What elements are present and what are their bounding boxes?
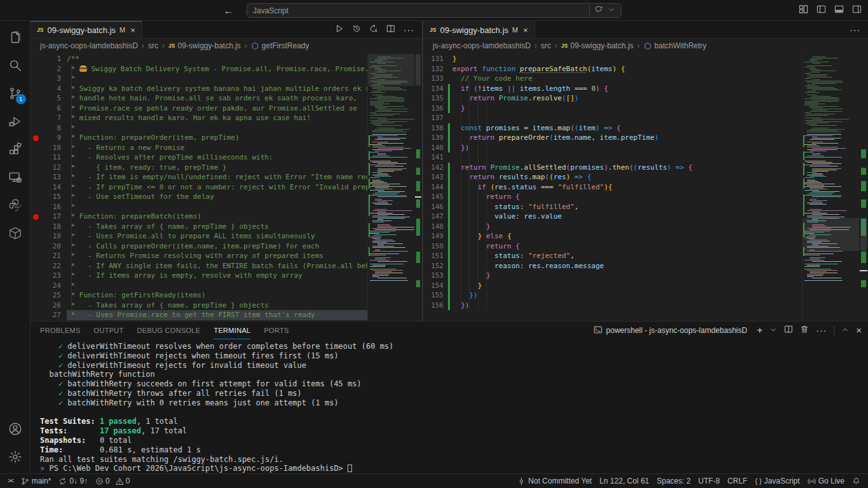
activity-explorer[interactable] (0, 24, 31, 51)
status-notifications[interactable] (848, 477, 864, 485)
git-modified-badge: M (512, 26, 518, 34)
breadcrumb-item[interactable]: JS09-swiggy-batch.js (561, 41, 634, 50)
status-language[interactable]: { }JavaScript (751, 477, 803, 485)
terminal-line: Test Suites: 1 passed, 1 total (40, 417, 868, 426)
status-indentation[interactable]: Spaces: 2 (653, 477, 694, 485)
breadcrumb-item[interactable]: src (541, 41, 551, 50)
more-action[interactable]: ··· (403, 24, 414, 36)
command-center-search[interactable]: JavaScript (247, 3, 621, 18)
panel-tab-output[interactable]: OUTPUT (94, 322, 124, 339)
activity-accounts[interactable] (0, 415, 31, 443)
breadcrumb-item[interactable]: js-async-oops-lamdebashisD (433, 41, 531, 50)
status-branch[interactable]: main* (17, 474, 55, 488)
code-line: * - If item is empty/null/undefined: rej… (67, 172, 367, 182)
code-area[interactable]: }export function prepareSafeBatch(items)… (452, 54, 802, 321)
terminal-line: Time: 0.681 s, estimated 1 s (40, 445, 868, 455)
split-panel-action[interactable] (784, 325, 793, 336)
terminal-output[interactable]: ✓ deliverWithTimeout resolves when order… (31, 339, 868, 473)
run-action[interactable] (335, 24, 344, 36)
split-icon (784, 325, 793, 334)
activity-settings[interactable] (0, 443, 31, 471)
code-line: * mixed results handle karo. Har ek ka a… (67, 113, 367, 123)
status-problems[interactable]: 00 (92, 474, 137, 488)
overview-ruler[interactable] (859, 54, 868, 321)
gutter-row: 153 (423, 271, 452, 281)
breadcrumb-item[interactable]: src (148, 41, 158, 50)
breakpoint[interactable] (33, 214, 39, 220)
panel-tab-terminal[interactable]: TERMINAL (214, 322, 250, 339)
code-area[interactable]: /** * Swiggy Batch Delivery System - Pro… (67, 54, 367, 321)
modified-change-bar (448, 301, 450, 311)
toggle-layout[interactable] (799, 4, 808, 17)
activity-containers[interactable] (0, 219, 31, 247)
accounts-icon (8, 422, 22, 436)
scrollbar-thumb[interactable] (416, 54, 421, 86)
explorer-icon (8, 30, 22, 44)
minimap-slider[interactable] (803, 218, 859, 251)
tab-09-swiggy-batch.js[interactable]: JS09-swiggy-batch.jsM× (31, 21, 142, 38)
panel-bottom-icon (834, 4, 844, 14)
activity-remote-explorer[interactable] (0, 163, 31, 191)
close-tab-icon[interactable]: × (523, 25, 528, 35)
remote-icon: >< (8, 478, 13, 484)
activity-run-and-debug[interactable] (0, 107, 31, 135)
status-git-status[interactable]: Not Committed Yet (513, 477, 595, 485)
close-tab-icon[interactable]: × (130, 25, 135, 35)
minimap[interactable] (367, 54, 414, 321)
more-action[interactable]: ··· (850, 24, 860, 36)
editor-content[interactable]: 1311321331341351361371381391401411421431… (423, 53, 868, 321)
split-action[interactable] (386, 24, 395, 36)
status-cursor-position[interactable]: Ln 122, Col 61 (595, 477, 653, 485)
overview-ruler[interactable] (414, 54, 422, 321)
command-center-text: JavaScript (253, 6, 288, 15)
more-panel-action[interactable]: ··· (816, 325, 827, 336)
toggle-sidebar-right[interactable] (852, 4, 862, 17)
gutter-row: 135 (423, 93, 452, 104)
status-go-live[interactable]: Go Live (804, 477, 848, 485)
panel-tab-ports[interactable]: PORTS (264, 322, 288, 339)
activity-extensions[interactable] (0, 135, 31, 163)
code-line: const promises = items.map((item) => { (452, 123, 802, 133)
panel-tab-debug-console[interactable]: DEBUG CONSOLE (137, 322, 201, 339)
status-eol[interactable]: CRLF (724, 477, 751, 485)
back-arrow-icon[interactable]: ← (224, 5, 233, 16)
terminal-session[interactable]: powershell - js-async-oops-lamdebashisD (593, 325, 747, 336)
add-icon: + (757, 325, 763, 336)
gutter-row: 7 (31, 113, 67, 123)
gutter-row: 2 (31, 64, 67, 74)
extensions-icon (8, 142, 22, 156)
method-icon (251, 42, 259, 50)
js-icon: JS (168, 43, 175, 49)
chev-up-panel-action[interactable] (841, 325, 849, 336)
activity-source-control[interactable]: 1 (0, 79, 31, 107)
gutter-row: 145 (423, 192, 452, 202)
toggle-panel-bottom[interactable] (834, 4, 844, 17)
toggle-sidebar-left[interactable] (817, 4, 826, 17)
rerun-action[interactable] (369, 24, 378, 36)
panel-tab-problems[interactable]: PROBLEMS (40, 322, 81, 339)
scrollbar-thumb[interactable] (860, 218, 867, 251)
code-line (452, 113, 802, 123)
activity-search[interactable] (0, 51, 31, 79)
gutter-row: 133 (423, 74, 452, 84)
trash-panel-action[interactable] (800, 325, 809, 336)
status-encoding[interactable]: UTF-8 (695, 477, 724, 485)
minimap[interactable] (802, 54, 859, 321)
breadcrumb-item[interactable]: js-async-oops-lamdebashisD (40, 41, 138, 50)
breadcrumb-item[interactable]: getFirstReady (251, 41, 309, 50)
tab-09-swiggy-batch.js[interactable]: JS09-swiggy-batch.jsM× (423, 21, 535, 38)
close-panel-action[interactable]: × (856, 325, 862, 336)
history-action[interactable] (352, 24, 361, 36)
status-sync[interactable]: 0↓ 9↑ (55, 474, 92, 488)
activity-python[interactable] (0, 191, 31, 219)
chev-down-panel-action[interactable] (770, 325, 777, 336)
add-panel-action[interactable]: + (757, 325, 763, 336)
close-icon: × (856, 325, 862, 335)
editor-content[interactable]: 1234567891011121314151617181920212223242… (31, 53, 422, 321)
breadcrumb-item[interactable]: batchWithRetry (644, 41, 707, 50)
minimap-slider[interactable] (368, 54, 414, 86)
breadcrumb-item[interactable]: JS09-swiggy-batch.js (168, 41, 241, 50)
terminal-line: Snapshots: 0 total (40, 436, 868, 445)
breakpoint[interactable] (33, 135, 39, 141)
status-remote-window[interactable]: >< (4, 474, 17, 488)
